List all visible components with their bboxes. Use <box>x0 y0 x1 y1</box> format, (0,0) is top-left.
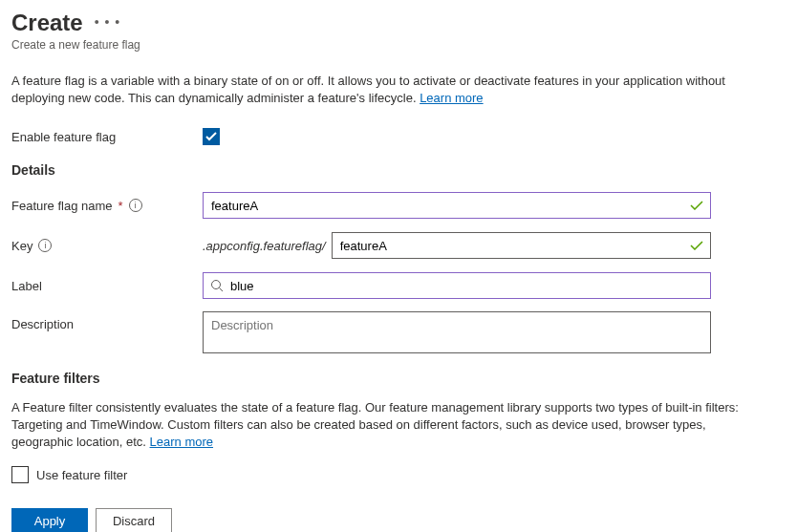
more-icon[interactable]: • • • <box>95 14 120 30</box>
description-input[interactable] <box>203 311 711 353</box>
key-prefix: .appconfig.featureflag/ <box>203 239 326 253</box>
info-icon[interactable]: i <box>129 199 142 212</box>
flag-name-label: Feature flag name <box>11 199 113 213</box>
filters-heading: Feature filters <box>11 371 786 386</box>
page-title: Create <box>11 10 83 36</box>
filters-text: A Feature filter consistently evaluates … <box>11 399 757 451</box>
intro-text: A feature flag is a variable with a bina… <box>11 73 757 107</box>
checkmark-icon <box>205 132 217 141</box>
use-filter-label: Use feature filter <box>36 468 127 482</box>
page-subtitle: Create a new feature flag <box>11 38 786 52</box>
required-asterisk: * <box>118 199 123 213</box>
details-heading: Details <box>11 162 786 178</box>
discard-button[interactable]: Discard <box>96 508 172 532</box>
key-label: Key <box>11 239 32 253</box>
enable-flag-checkbox[interactable] <box>203 128 220 145</box>
enable-flag-label: Enable feature flag <box>11 130 203 144</box>
info-icon[interactable]: i <box>38 239 52 252</box>
flag-name-input[interactable] <box>203 192 711 219</box>
description-label: Description <box>11 317 74 331</box>
label-input[interactable] <box>203 272 711 299</box>
use-filter-checkbox[interactable] <box>11 466 29 483</box>
apply-button[interactable]: Apply <box>11 508 88 532</box>
label-field-label: Label <box>11 279 42 293</box>
intro-learn-more-link[interactable]: Learn more <box>420 91 483 105</box>
key-input[interactable] <box>332 232 711 259</box>
filters-learn-more-link[interactable]: Learn more <box>150 435 213 449</box>
